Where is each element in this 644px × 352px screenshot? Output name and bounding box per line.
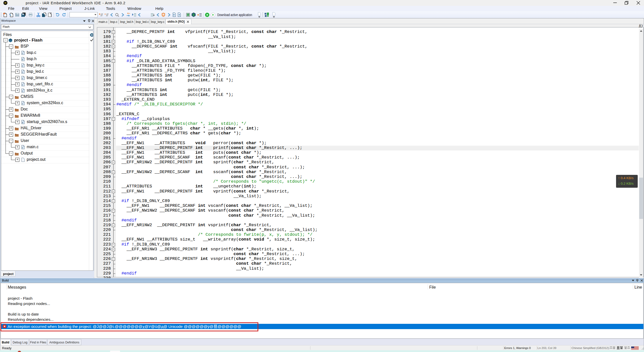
svg-text:c: c — [22, 90, 23, 92]
svg-text:c: c — [22, 84, 23, 86]
svg-text:c: c — [22, 77, 23, 80]
svg-text:a: a — [22, 121, 23, 124]
svg-text:c: c — [22, 71, 23, 73]
svg-text:c: c — [22, 102, 23, 105]
svg-text:c: c — [22, 146, 23, 149]
svg-text:c: c — [22, 65, 23, 67]
svg-text:h: h — [22, 58, 23, 61]
svg-text:c: c — [22, 52, 23, 55]
